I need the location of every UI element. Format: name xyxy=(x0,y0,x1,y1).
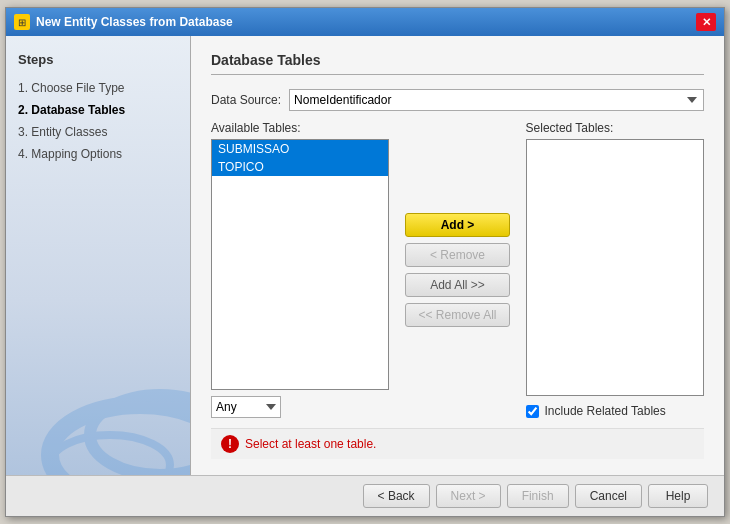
close-button[interactable]: ✕ xyxy=(696,13,716,31)
error-text: Select at least one table. xyxy=(245,437,376,451)
steps-list: 1. Choose File Type 2. Database Tables 3… xyxy=(18,77,178,165)
sidebar: Steps 1. Choose File Type 2. Database Ta… xyxy=(6,36,191,475)
selected-tables-listbox[interactable] xyxy=(526,139,704,396)
list-item[interactable]: SUBMISSAO xyxy=(212,140,388,158)
selected-tables-label: Selected Tables: xyxy=(526,121,704,135)
watermark xyxy=(10,345,190,475)
titlebar-left: ⊞ New Entity Classes from Database xyxy=(14,14,233,30)
content-area: Steps 1. Choose File Type 2. Database Ta… xyxy=(6,36,724,475)
main-window: ⊞ New Entity Classes from Database ✕ Ste… xyxy=(5,7,725,517)
include-related-checkbox[interactable] xyxy=(526,405,539,418)
footer: < Back Next > Finish Cancel Help xyxy=(6,475,724,516)
sidebar-heading: Steps xyxy=(18,52,178,67)
error-icon: ! xyxy=(221,435,239,453)
error-bar: ! Select at least one table. xyxy=(211,428,704,459)
window-title: New Entity Classes from Database xyxy=(36,15,233,29)
step-3-label: Entity Classes xyxy=(31,125,107,139)
step-4: 4. Mapping Options xyxy=(18,143,178,165)
datasource-row: Data Source: NomeIdentificador xyxy=(211,89,704,111)
back-button[interactable]: < Back xyxy=(363,484,430,508)
step-1-label: Choose File Type xyxy=(31,81,124,95)
main-panel: Database Tables Data Source: NomeIdentif… xyxy=(191,36,724,475)
available-tables-listbox[interactable]: SUBMISSAO TOPICO xyxy=(211,139,389,390)
filter-select[interactable]: Any Tables Views xyxy=(211,396,281,418)
remove-all-button[interactable]: << Remove All xyxy=(405,303,509,327)
svg-point-2 xyxy=(50,435,170,475)
filter-row: Any Tables Views xyxy=(211,396,389,418)
add-button[interactable]: Add > xyxy=(405,213,509,237)
step-3: 3. Entity Classes xyxy=(18,121,178,143)
step-2-label: Database Tables xyxy=(31,103,125,117)
include-related-row: Include Related Tables xyxy=(526,404,704,418)
available-tables-label: Available Tables: xyxy=(211,121,389,135)
finish-button[interactable]: Finish xyxy=(507,484,569,508)
step-2: 2. Database Tables xyxy=(18,99,178,121)
svg-point-0 xyxy=(50,405,190,475)
include-related-label: Include Related Tables xyxy=(545,404,666,418)
list-item[interactable]: TOPICO xyxy=(212,158,388,176)
help-button[interactable]: Help xyxy=(648,484,708,508)
step-4-number: 4. xyxy=(18,147,28,161)
tables-area: Available Tables: SUBMISSAO TOPICO Any T… xyxy=(211,121,704,418)
step-2-number: 2. xyxy=(18,103,28,117)
window-icon: ⊞ xyxy=(14,14,30,30)
panel-title: Database Tables xyxy=(211,52,704,75)
step-3-number: 3. xyxy=(18,125,28,139)
middle-buttons: Add > < Remove Add All >> << Remove All xyxy=(401,121,513,418)
svg-point-1 xyxy=(90,395,190,475)
remove-button[interactable]: < Remove xyxy=(405,243,509,267)
datasource-select[interactable]: NomeIdentificador xyxy=(289,89,704,111)
cancel-button[interactable]: Cancel xyxy=(575,484,642,508)
step-1: 1. Choose File Type xyxy=(18,77,178,99)
step-1-number: 1. xyxy=(18,81,28,95)
datasource-label: Data Source: xyxy=(211,93,281,107)
step-4-label: Mapping Options xyxy=(31,147,122,161)
add-all-button[interactable]: Add All >> xyxy=(405,273,509,297)
titlebar: ⊞ New Entity Classes from Database ✕ xyxy=(6,8,724,36)
available-tables-panel: Available Tables: SUBMISSAO TOPICO Any T… xyxy=(211,121,389,418)
next-button[interactable]: Next > xyxy=(436,484,501,508)
selected-tables-panel: Selected Tables: Include Related Tables xyxy=(526,121,704,418)
